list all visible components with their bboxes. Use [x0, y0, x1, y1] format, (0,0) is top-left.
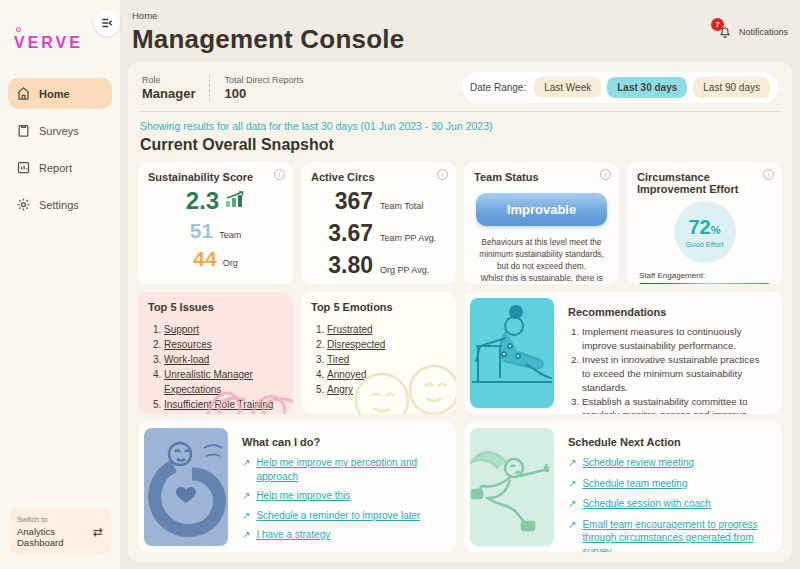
- page-header: Home Management Console 7 Notifications: [128, 8, 792, 61]
- sidebar-item-surveys[interactable]: Surveys: [8, 115, 112, 146]
- sustainability-score-card: Sustainability Score i 2.3 51 Team 44: [138, 162, 293, 284]
- circ-value: 367: [315, 188, 373, 215]
- circ-value: 3.67: [315, 220, 373, 247]
- settings-icon: [16, 197, 31, 212]
- sidebar-item-report[interactable]: Report: [8, 152, 112, 183]
- logo-ring-icon: [16, 27, 21, 32]
- schedule-link[interactable]: ↗Email team encouragement to progress th…: [568, 518, 770, 553]
- date-option-last-90-days[interactable]: Last 90 days: [693, 77, 770, 98]
- role-label: Role: [142, 75, 195, 85]
- list-item: Annoyed: [327, 367, 446, 382]
- top-issues-card: Top 5 Issues Support Resources Work-load…: [138, 292, 293, 414]
- date-option-last-week[interactable]: Last Week: [534, 77, 601, 98]
- arrow-up-right-icon: ↗: [568, 477, 576, 491]
- sidebar-item-label: Home: [39, 88, 70, 100]
- breadcrumb[interactable]: Home: [132, 10, 404, 21]
- schedule-link[interactable]: ↗Schedule review meeting: [568, 456, 770, 470]
- reports-value: 100: [224, 86, 303, 101]
- content-panel: Role Manager Total Direct Reports 100 Da…: [128, 61, 792, 563]
- main-area: Home Management Console 7 Notifications …: [120, 0, 800, 569]
- list-item: Support: [164, 322, 283, 337]
- schedule-link[interactable]: ↗Schedule team meeting: [568, 477, 770, 491]
- arrow-up-right-icon: ↗: [242, 489, 250, 503]
- emotion-link[interactable]: Annoyed: [327, 369, 366, 380]
- arrow-up-right-icon: ↗: [242, 509, 250, 523]
- effort-gauge: 72% Good Effort: [674, 201, 736, 263]
- list-item: Disrespected: [327, 337, 446, 352]
- info-icon[interactable]: i: [600, 169, 611, 180]
- sidebar-item-label: Settings: [39, 199, 79, 211]
- date-option-last-30-days[interactable]: Last 30 days: [607, 77, 687, 98]
- card-title: Top 5 Issues: [148, 301, 283, 313]
- card-title: Top 5 Emotions: [311, 301, 446, 313]
- swap-icon: ⇄: [93, 525, 103, 539]
- emotion-link[interactable]: Frustrated: [327, 324, 373, 335]
- info-icon[interactable]: i: [763, 169, 774, 180]
- sidebar-item-settings[interactable]: Settings: [8, 189, 112, 220]
- recommendation-item: Establish a sustainability committee to …: [582, 395, 770, 414]
- date-range-bar: Date Range: Last Week Last 30 days Last …: [462, 72, 778, 103]
- role-value: Manager: [142, 86, 195, 101]
- engagement-gradient-bar: [639, 283, 770, 284]
- info-icon[interactable]: i: [437, 169, 448, 180]
- switch-small-label: Switch to: [17, 515, 93, 524]
- recommendation-item: Implement measures to continuously impro…: [582, 325, 770, 353]
- arrow-up-right-icon: ↗: [242, 456, 250, 483]
- list-item: Angry: [327, 382, 446, 397]
- emotion-link[interactable]: Tired: [327, 354, 349, 365]
- surveys-icon: [16, 123, 31, 138]
- sustainability-score-value: 2.3: [186, 187, 219, 215]
- date-range-label: Date Range:: [470, 82, 526, 93]
- list-item: Work-load: [164, 352, 283, 367]
- team-status-description: Behaviours at this level meet the minimu…: [474, 236, 609, 284]
- help-link[interactable]: ↗Help me improve my perception and appro…: [242, 456, 444, 483]
- effort-percent-suffix: %: [711, 224, 721, 236]
- emotion-link[interactable]: Angry: [327, 384, 353, 395]
- issue-link[interactable]: Unrealistic Manager Expectations: [164, 369, 253, 395]
- improvement-effort-card: Circumstance Improvement Effort i 72% Go…: [627, 162, 782, 284]
- what-can-i-do-card: What can I do? ↗Help me improve my perce…: [138, 422, 456, 552]
- circ-label: Org PP Avg.: [380, 265, 442, 275]
- card-title: Recommendations: [568, 306, 770, 318]
- collapse-sidebar-button[interactable]: [94, 10, 120, 36]
- card-title: Sustainability Score: [148, 171, 283, 183]
- sidebar-item-home[interactable]: Home: [8, 78, 112, 109]
- page-title: Management Console: [132, 24, 404, 55]
- issue-link[interactable]: Support: [164, 324, 199, 335]
- role-bar: Role Manager Total Direct Reports 100 Da…: [138, 70, 782, 112]
- card-title: Active Circs: [311, 171, 446, 183]
- notifications-label: Notifications: [739, 27, 788, 37]
- card-title: Schedule Next Action: [568, 436, 770, 448]
- issue-link[interactable]: Resources: [164, 339, 212, 350]
- list-item: Unrealistic Manager Expectations: [164, 367, 283, 397]
- effort-percent-value: 72: [688, 216, 710, 238]
- schedule-link[interactable]: ↗Schedule session with coach: [568, 497, 770, 511]
- emotion-link[interactable]: Disrespected: [327, 339, 385, 350]
- team-status-badge[interactable]: Improvable: [476, 193, 607, 226]
- card-title: Team Status: [474, 171, 609, 183]
- effort-percent-label: Good Effort: [685, 240, 723, 249]
- notification-badge: 7: [711, 18, 724, 31]
- arrow-up-right-icon: ↗: [568, 518, 576, 553]
- list-item: Resources: [164, 337, 283, 352]
- help-link[interactable]: ↗I have a strategy: [242, 528, 444, 542]
- home-icon: [16, 86, 31, 101]
- arrow-up-right-icon: ↗: [242, 528, 250, 542]
- active-circs-card: Active Circs i 367 Team Total 3.67 Team …: [301, 162, 456, 284]
- help-link[interactable]: ↗Help me improve this: [242, 489, 444, 503]
- status-line: Showing results for all data for the las…: [140, 120, 780, 132]
- switch-dashboard-button[interactable]: Switch to Analytics Dashboard ⇄: [8, 508, 112, 555]
- info-icon[interactable]: i: [274, 169, 285, 180]
- card-title: Circumstance Improvement Effort: [637, 171, 772, 195]
- report-icon: [16, 160, 31, 175]
- card-title: What can I do?: [242, 436, 444, 448]
- arrow-up-right-icon: ↗: [568, 456, 576, 470]
- issue-link[interactable]: Work-load: [164, 354, 209, 365]
- notifications-button[interactable]: 7 Notifications: [718, 24, 788, 40]
- help-link[interactable]: ↗Schedule a reminder to improve later: [242, 509, 444, 523]
- circ-label: Team Total: [380, 201, 442, 211]
- issue-link[interactable]: Insufficient Role Training: [164, 399, 273, 410]
- org-score-label: Org: [223, 258, 238, 268]
- section-title: Current Overall Snapshot: [140, 136, 780, 154]
- list-item: Insufficient Role Training: [164, 397, 283, 412]
